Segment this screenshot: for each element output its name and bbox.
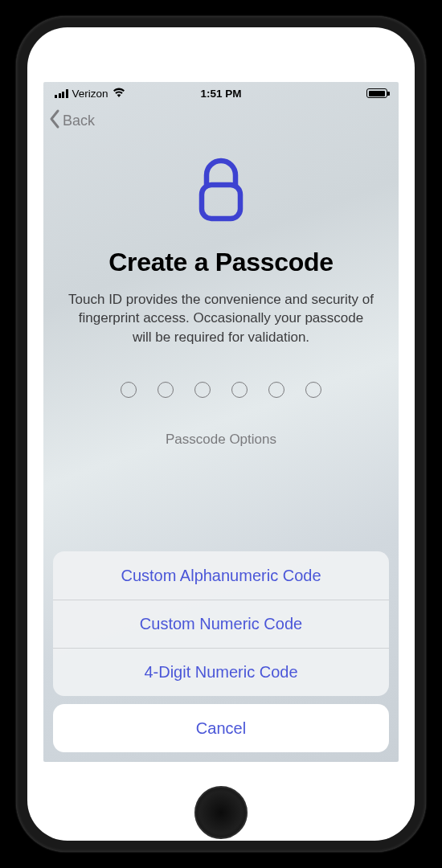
passcode-dot — [268, 382, 284, 398]
passcode-dot — [121, 382, 137, 398]
carrier-label: Verizon — [72, 88, 108, 100]
page-subtitle: Touch ID provides the convenience and se… — [63, 290, 379, 346]
screen: Verizon 1:51 PM Back — [43, 82, 399, 762]
nav-bar: Back — [43, 104, 399, 137]
battery-icon — [366, 88, 387, 98]
svg-rect-0 — [202, 185, 240, 219]
home-button[interactable] — [194, 786, 248, 839]
option-custom-numeric[interactable]: Custom Numeric Code — [53, 600, 389, 648]
wifi-icon — [113, 88, 125, 100]
back-button[interactable]: Back — [48, 108, 95, 133]
lock-icon — [196, 158, 246, 227]
status-left: Verizon — [55, 88, 125, 100]
passcode-dot — [158, 382, 174, 398]
back-label: Back — [63, 113, 95, 129]
status-bar: Verizon 1:51 PM — [43, 82, 399, 104]
passcode-dot — [231, 382, 248, 398]
action-sheet-options: Custom Alphanumeric Code Custom Numeric … — [53, 551, 389, 696]
chevron-left-icon — [48, 108, 63, 133]
status-right — [366, 88, 387, 98]
passcode-input[interactable] — [121, 382, 321, 398]
phone-bezel: Verizon 1:51 PM Back — [27, 27, 415, 841]
option-custom-alphanumeric[interactable]: Custom Alphanumeric Code — [53, 551, 389, 600]
signal-icon — [55, 89, 68, 98]
status-time: 1:51 PM — [200, 88, 241, 100]
passcode-dot — [194, 382, 211, 398]
cancel-button[interactable]: Cancel — [53, 704, 389, 752]
page-title: Create a Passcode — [108, 248, 334, 277]
phone-frame: Verizon 1:51 PM Back — [16, 16, 426, 852]
option-4-digit-numeric[interactable]: 4-Digit Numeric Code — [53, 648, 389, 696]
passcode-options-link[interactable]: Passcode Options — [166, 432, 276, 448]
action-sheet: Custom Alphanumeric Code Custom Numeric … — [53, 551, 389, 752]
passcode-dot — [305, 382, 321, 398]
